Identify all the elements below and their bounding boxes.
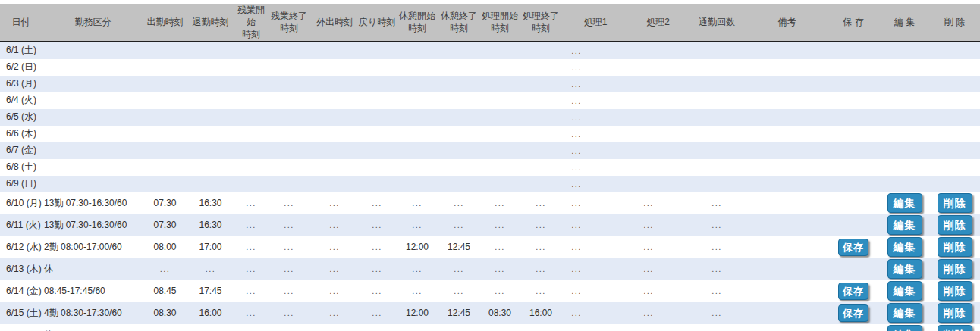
cell-overtime_start xyxy=(235,159,267,176)
cell-clock_out xyxy=(186,126,235,142)
save-cell xyxy=(827,192,880,214)
cell-proc_end: ... xyxy=(520,214,561,236)
delete-button[interactable]: 削除 xyxy=(938,237,972,257)
cell-proc2: ... xyxy=(630,302,686,324)
cell-proc1: ... xyxy=(561,236,630,258)
cell-proc1: ... xyxy=(561,159,630,176)
delete-cell xyxy=(929,92,980,109)
cell-break_end xyxy=(438,176,479,192)
cell-proc1: ... xyxy=(561,214,630,236)
cell-proc_end xyxy=(520,76,561,92)
cell-come_back: ... xyxy=(358,258,396,280)
cell-break_start: ... xyxy=(396,280,438,302)
save-button[interactable]: 保存 xyxy=(838,239,868,256)
cell-proc_end: ... xyxy=(520,236,561,258)
cell-date: 6/4 (火) xyxy=(0,92,42,109)
edit-button[interactable]: 編集 xyxy=(887,215,922,235)
delete-button[interactable]: 削除 xyxy=(938,215,972,235)
cell-date: 6/13 (木) xyxy=(0,258,42,280)
cell-go_out xyxy=(311,92,358,109)
cell-proc1: ... xyxy=(561,42,630,59)
cell-commute_count xyxy=(686,109,747,126)
cell-go_out xyxy=(311,126,358,142)
table-row: 6/3 (月)... xyxy=(0,76,980,92)
cell-break_end: ... xyxy=(438,214,479,236)
save-cell xyxy=(827,126,880,142)
cell-proc_end: ... xyxy=(520,280,561,302)
edit-cell xyxy=(880,159,929,176)
column-header-commute_count: 通勤回数 xyxy=(686,4,747,42)
cell-clock_in: 07:30 xyxy=(144,214,186,236)
cell-proc_end xyxy=(520,142,561,159)
delete-button[interactable]: 削除 xyxy=(938,325,972,331)
cell-kubun xyxy=(42,142,144,159)
column-header-proc1: 処理1 xyxy=(561,4,630,42)
table-row: 6/16 (日)休...............................… xyxy=(0,324,980,331)
cell-come_back xyxy=(358,176,396,192)
cell-overtime_start: ... xyxy=(235,214,267,236)
edit-cell: 編集 xyxy=(880,214,929,236)
cell-note xyxy=(747,159,827,176)
delete-button[interactable]: 削除 xyxy=(938,281,972,301)
column-header-overtime_end: 残業終了 時刻 xyxy=(267,4,311,42)
cell-kubun: 4勤 08:30-17:30/60 xyxy=(42,302,144,324)
edit-button[interactable]: 編集 xyxy=(887,303,922,323)
cell-commute_count: ... xyxy=(686,324,747,331)
column-header-overtime_start: 残業開始 時刻 xyxy=(235,4,267,42)
cell-date: 6/5 (水) xyxy=(0,109,42,126)
cell-proc_end: 16:00 xyxy=(520,302,561,324)
cell-overtime_start: ... xyxy=(235,192,267,214)
cell-overtime_end: ... xyxy=(267,236,311,258)
edit-button[interactable]: 編集 xyxy=(887,325,922,331)
cell-go_out xyxy=(311,176,358,192)
cell-commute_count: ... xyxy=(686,192,747,214)
cell-proc2 xyxy=(630,109,686,126)
delete-cell: 削除 xyxy=(929,192,980,214)
cell-proc_start xyxy=(479,42,520,59)
cell-go_out xyxy=(311,76,358,92)
column-header-go_out: 外出時刻 xyxy=(311,4,358,42)
cell-overtime_end xyxy=(267,42,311,59)
edit-cell xyxy=(880,176,929,192)
cell-break_start: 12:00 xyxy=(396,236,438,258)
cell-kubun: 13勤 07:30-16:30/60 xyxy=(42,192,144,214)
edit-button[interactable]: 編集 xyxy=(887,237,922,257)
delete-cell xyxy=(929,159,980,176)
cell-come_back xyxy=(358,92,396,109)
cell-clock_in: ... xyxy=(144,258,186,280)
cell-clock_in: 07:30 xyxy=(144,192,186,214)
cell-come_back: ... xyxy=(358,192,396,214)
cell-note xyxy=(747,214,827,236)
cell-overtime_start xyxy=(235,42,267,59)
edit-button[interactable]: 編集 xyxy=(887,259,922,279)
cell-commute_count xyxy=(686,59,747,76)
cell-proc1: ... xyxy=(561,142,630,159)
delete-button[interactable]: 削除 xyxy=(938,259,972,279)
cell-overtime_end xyxy=(267,76,311,92)
save-button[interactable]: 保存 xyxy=(838,283,868,300)
cell-date: 6/12 (水) xyxy=(0,236,42,258)
delete-cell xyxy=(929,59,980,76)
edit-cell xyxy=(880,92,929,109)
cell-overtime_end: ... xyxy=(267,280,311,302)
attendance-page: 日付勤務区分出勤時刻退勤時刻残業開始 時刻残業終了 時刻外出時刻戻り時刻休憩開始… xyxy=(0,0,980,331)
cell-come_back: ... xyxy=(358,280,396,302)
cell-proc2: ... xyxy=(630,236,686,258)
cell-proc_start xyxy=(479,159,520,176)
cell-note xyxy=(747,324,827,331)
save-button[interactable]: 保存 xyxy=(838,304,868,322)
cell-date: 6/2 (日) xyxy=(0,59,42,76)
cell-go_out: ... xyxy=(311,258,358,280)
edit-button[interactable]: 編集 xyxy=(887,281,922,301)
table-row: 6/4 (火)... xyxy=(0,92,980,109)
cell-proc_start xyxy=(479,176,520,192)
cell-kubun xyxy=(42,176,144,192)
cell-come_back xyxy=(358,126,396,142)
delete-button[interactable]: 削除 xyxy=(938,193,972,213)
cell-break_end: ... xyxy=(438,280,479,302)
cell-go_out xyxy=(311,109,358,126)
cell-overtime_end xyxy=(267,92,311,109)
edit-button[interactable]: 編集 xyxy=(887,193,922,213)
delete-button[interactable]: 削除 xyxy=(938,303,972,323)
column-header-note: 備考 xyxy=(747,4,827,42)
